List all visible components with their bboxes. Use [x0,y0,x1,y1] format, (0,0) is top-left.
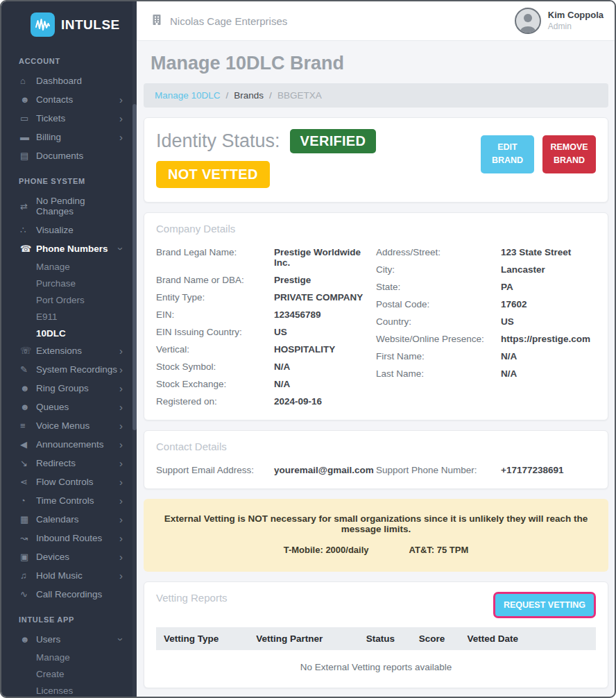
sidebar-item-ring-groups[interactable]: ☻Ring Groups› [1,379,137,398]
sidebar-item-inbound-routes[interactable]: ↝Inbound Routes› [1,529,137,547]
field-value-support-email-address: youremail@gmail.com [274,461,376,479]
sidebar-item-hold-music[interactable]: ♫Hold Music› [1,566,137,585]
visualize-icon: ∴ [20,225,36,235]
chevron-right-icon: › [119,514,123,525]
time-icon: ◔ [20,495,36,506]
breadcrumb-manage-10dlc[interactable]: Manage 10DLC [155,90,221,101]
page-title: Manage 10DLC Brand [137,41,615,83]
company-details-right: Address/Street:123 State StreetCity:Lanc… [376,244,596,410]
field-value-postal-code: 17602 [501,296,596,313]
brand-logo[interactable]: INTULSE [1,10,137,45]
sidebar-item-label: Announcements [36,439,119,450]
sidebar-item-call-recordings[interactable]: ∿Call Recordings [1,585,137,604]
field-value-vertical: HOSPITALITY [274,341,376,358]
chevron-right-icon: › [119,420,123,431]
message-limits: T-Mobile: 2000/dailyAT&T: 75 TPM [162,545,590,555]
main-area: Nicolas Cage Enterprises Kim Coppola Adm… [137,1,615,697]
topbar: Nicolas Cage Enterprises Kim Coppola Adm… [137,1,615,41]
user-name: Kim Coppola [548,10,604,22]
sidebar-item-devices[interactable]: ▣Devices› [1,547,137,566]
sidebar-subitem-purchase[interactable]: Purchase [1,275,137,291]
megaphone-icon: ◀ [20,439,36,450]
sidebar-item-visualize[interactable]: ∴Visualize [1,221,137,239]
sidebar-scrollbar[interactable] [132,1,137,697]
sidebar-item-billing[interactable]: ▬Billing› [1,128,137,146]
sidebar-item-label: Hold Music [36,570,119,581]
request-vetting-button[interactable]: REQUEST VETTING [495,594,594,616]
sidebar-item-label: Ring Groups [36,383,119,393]
not-vetted-badge: NOT VETTED [156,161,270,188]
sidebar-item-flow-controls[interactable]: ⋖Flow Controls› [1,473,137,491]
sidebar-subitem-port-orders[interactable]: Port Orders [1,291,137,308]
field-value-registered-on: 2024-09-16 [274,393,376,410]
edit-brand-button[interactable]: EDIT BRAND [481,135,534,173]
empty-table-message: No External Vetting reports available [156,650,596,678]
contact-details-right: Support Phone Number:+17177238691 [376,461,596,479]
field-value-ein-issuing-country: US [274,323,376,341]
field-label-first-name: First Name: [376,348,501,365]
sidebar-subitem-e911[interactable]: E911 [1,308,137,325]
sidebar-item-documents[interactable]: ▤Documents [1,146,137,165]
sidebar-section-label-phone-system: PHONE SYSTEM [1,165,137,191]
field-label-last-name: Last Name: [376,365,501,382]
field-label-city: City: [376,261,501,278]
breadcrumb-brands: Brands [234,90,264,101]
sidebar-item-redirects[interactable]: ↘Redirects› [1,454,137,473]
field-value-stock-exchange: N/A [274,375,376,393]
sidebar-item-contacts[interactable]: ☻Contacts› [1,90,137,109]
chevron-right-icon: › [119,383,123,393]
sidebar-item-label: Users [36,634,119,645]
breadcrumb-separator: / [269,90,272,101]
sidebar-subitem-10dlc[interactable]: 10DLC [1,325,137,341]
sidebar-section-label-account: ACCOUNT [1,45,137,71]
field-value-city: Lancaster [501,261,596,278]
sidebar-item-no-pending-changes[interactable]: ⇄No Pending Changes [1,191,137,221]
user-role: Admin [548,22,604,33]
column-header-score: Score [411,627,460,650]
sidebar-item-label: Billing [36,132,119,142]
sidebar-subitem-licenses[interactable]: Licenses [1,682,137,697]
vetting-warning-banner: External Vetting is NOT necessary for sm… [144,499,608,572]
sidebar-item-time-controls[interactable]: ◔Time Controls› [1,491,137,510]
sidebar-item-voice-menus[interactable]: ≡Voice Menus› [1,416,137,435]
sidebar-item-phone-numbers[interactable]: ☎Phone Numbers› [1,239,137,258]
chevron-right-icon: › [119,113,123,124]
sidebar-subitem-manage[interactable]: Manage [1,258,137,275]
vetting-warning-message: External Vetting is NOT necessary for sm… [162,513,590,534]
avatar[interactable] [515,8,541,34]
billing-icon: ▬ [20,132,36,142]
sidebar-item-calendars[interactable]: ▦Calendars› [1,510,137,529]
sidebar-scrollbar-thumb[interactable] [132,104,137,430]
sidebar-item-label: Dashboard [36,76,123,86]
breadcrumb-separator: / [226,90,229,101]
page-content: Manage 10DLC / Brands / BBGETXA Identity… [137,83,615,697]
sidebar-subitem-create[interactable]: Create [1,665,137,682]
calendar-icon: ▦ [20,514,36,525]
column-header-vetted-date: Vetted Date [459,627,596,650]
field-label-website-online-presence: Website/Online Presence: [376,330,501,348]
field-value-support-phone-number: +17177238691 [501,461,596,479]
contact-details-title: Contact Details [156,441,596,452]
field-label-ein-issuing-country: EIN Issuing Country: [156,323,274,341]
contacts-icon: ☻ [20,94,36,105]
company-details-card: Company Details Brand Legal Name:Prestig… [144,212,608,420]
user-menu[interactable]: Kim Coppola Admin [515,8,604,34]
chevron-right-icon: › [119,346,123,356]
sidebar-subitem-manage[interactable]: Manage [1,649,137,665]
contact-details-card: Contact Details Support Email Address:yo… [144,430,608,489]
flow-icon: ⋖ [20,477,36,487]
avatar-torso [520,26,536,34]
sidebar-item-announcements[interactable]: ◀Announcements› [1,435,137,454]
sidebar-item-extensions[interactable]: ☏Extensions› [1,341,137,360]
chevron-right-icon: › [119,533,123,543]
sidebar-item-system-recordings[interactable]: ✎System Recordings› [1,360,137,379]
sidebar-item-label: Calendars [36,514,119,525]
ticket-icon: ▭ [20,113,36,124]
field-label-vertical: Vertical: [156,341,274,358]
remove-brand-button[interactable]: REMOVE BRAND [542,135,596,173]
sidebar-item-queues[interactable]: ☻Queues› [1,398,137,416]
sidebar-item-users[interactable]: ☻Users› [1,630,137,649]
sidebar-item-dashboard[interactable]: ⌂Dashboard [1,71,137,90]
sidebar-item-tickets[interactable]: ▭Tickets› [1,109,137,128]
limit-t-mobile-2000-daily: T-Mobile: 2000/daily [284,545,369,555]
